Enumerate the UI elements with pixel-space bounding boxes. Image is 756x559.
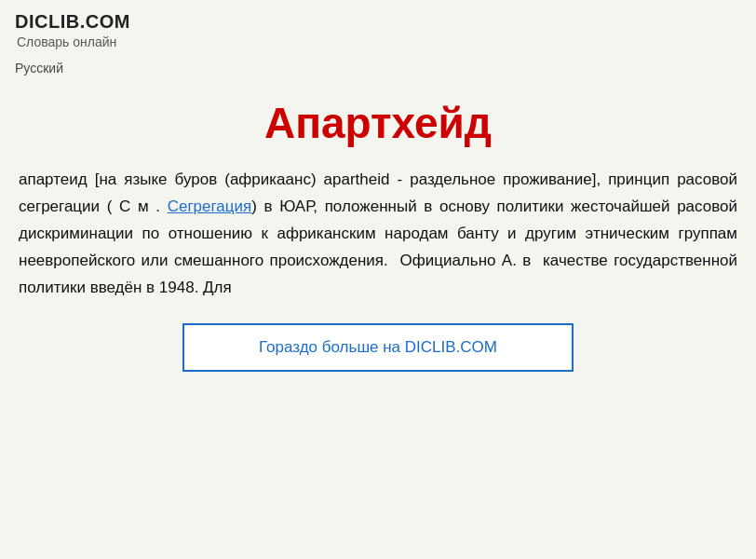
definition-text: апартеид [на языке буров (африкаанс) apa…: [19, 167, 737, 301]
more-button[interactable]: Гораздо больше на DICLIB.COM: [182, 323, 574, 372]
word-title: Апартхейд: [19, 98, 737, 148]
apartheid-latin: apartheid: [324, 170, 390, 188]
main-content: Апартхейд апартеид [на языке буров (афри…: [0, 79, 756, 390]
more-button-container: Гораздо больше на DICLIB.COM: [19, 323, 737, 372]
segregation-link[interactable]: Сегрегация: [168, 198, 252, 215]
site-title[interactable]: DICLIB.COM: [15, 11, 741, 33]
language-label: Русский: [0, 53, 756, 79]
site-subtitle: Словарь онлайн: [15, 34, 741, 49]
header: DICLIB.COM Словарь онлайн: [0, 0, 756, 53]
